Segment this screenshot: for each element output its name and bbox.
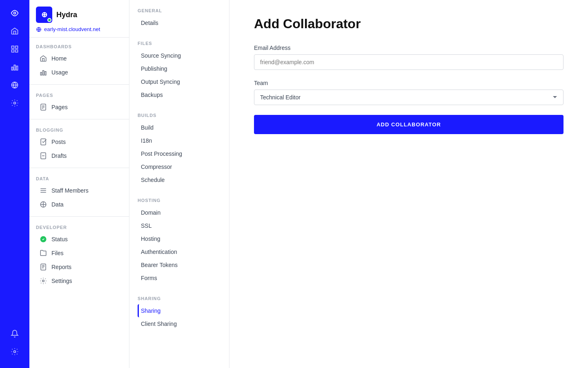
settings-nav: GENERAL Details FILES Source Syncing Pub… bbox=[129, 0, 229, 368]
nav-item-publishing[interactable]: Publishing bbox=[138, 62, 221, 75]
settings-nav-sharing: SHARING Sharing Client Sharing bbox=[129, 288, 229, 334]
nav-item-hosting[interactable]: Hosting bbox=[138, 232, 221, 245]
nav-label-builds: BUILDS bbox=[138, 113, 221, 118]
sidebar-section-blogging: BLOGGING Posts Drafts bbox=[29, 121, 129, 166]
sidebar-item-staff[interactable]: Staff Members bbox=[36, 184, 122, 197]
nav-item-i18n[interactable]: I18n bbox=[138, 134, 221, 147]
drafts-label: Drafts bbox=[51, 153, 67, 159]
svg-rect-4 bbox=[16, 50, 18, 52]
settings-nav-hosting: HOSTING Domain SSL Hosting Authenticatio… bbox=[129, 190, 229, 288]
reports-label: Reports bbox=[51, 264, 71, 270]
section-label-dashboards: DASHBOARDS bbox=[36, 44, 122, 49]
status-label: Status bbox=[51, 236, 68, 242]
data-label: Data bbox=[51, 201, 64, 208]
section-label-blogging: BLOGGING bbox=[36, 128, 122, 132]
usage-label: Usage bbox=[51, 69, 68, 76]
svg-point-33 bbox=[42, 280, 45, 282]
settings-nav-builds: BUILDS Build I18n Post Processing Compre… bbox=[129, 105, 229, 190]
sidebar-item-posts[interactable]: Posts bbox=[36, 135, 122, 149]
grid-icon[interactable] bbox=[7, 41, 23, 57]
app-name: Hydra bbox=[56, 11, 77, 19]
svg-rect-6 bbox=[14, 65, 15, 70]
nav-item-post-processing[interactable]: Post Processing bbox=[138, 147, 221, 160]
nav-item-sharing[interactable]: Sharing bbox=[138, 304, 221, 317]
team-label: Team bbox=[254, 80, 564, 86]
sidebar-item-files[interactable]: Files bbox=[36, 246, 122, 260]
nav-item-backups[interactable]: Backups bbox=[138, 88, 221, 101]
section-label-data: DATA bbox=[36, 176, 122, 181]
sidebar-item-settings[interactable]: Settings bbox=[36, 274, 122, 288]
nav-item-forms[interactable]: Forms bbox=[138, 272, 221, 285]
globe-icon[interactable] bbox=[7, 77, 23, 93]
nav-item-ssl[interactable]: SSL bbox=[138, 219, 221, 232]
add-collaborator-button[interactable]: ADD COLLABORATOR bbox=[254, 115, 564, 134]
svg-rect-12 bbox=[40, 72, 42, 75]
app-logo: ⊕ bbox=[36, 7, 52, 23]
nav-item-build[interactable]: Build bbox=[138, 121, 221, 134]
svg-point-0 bbox=[14, 12, 16, 14]
home-label: Home bbox=[51, 55, 67, 62]
svg-rect-3 bbox=[12, 50, 14, 52]
main-content: Add Collaborator Email Address Team Tech… bbox=[229, 0, 588, 368]
sidebar-section-developer: DEVELOPER Status Files Reports Settings bbox=[29, 218, 129, 291]
app-branding: ⊕ Hydra bbox=[36, 7, 122, 23]
svg-rect-14 bbox=[45, 72, 46, 75]
page-title: Add Collaborator bbox=[254, 16, 564, 31]
files-label: Files bbox=[51, 250, 64, 256]
nav-item-details[interactable]: Details bbox=[138, 16, 221, 29]
nav-item-schedule[interactable]: Schedule bbox=[138, 173, 221, 186]
svg-rect-1 bbox=[12, 46, 14, 49]
settings-nav-general: GENERAL Details bbox=[129, 0, 229, 33]
team-form-group: Team Technical Editor Editor Viewer Admi… bbox=[254, 80, 564, 105]
nav-item-bearer-tokens[interactable]: Bearer Tokens bbox=[138, 258, 221, 272]
sidebar-item-reports[interactable]: Reports bbox=[36, 260, 122, 274]
home-icon[interactable] bbox=[7, 23, 23, 39]
svg-rect-7 bbox=[16, 66, 18, 70]
sidebar-item-drafts[interactable]: Drafts bbox=[36, 149, 122, 163]
nav-item-client-sharing[interactable]: Client Sharing bbox=[138, 317, 221, 330]
chart-bar-icon[interactable] bbox=[7, 59, 23, 75]
posts-label: Posts bbox=[51, 139, 66, 145]
email-label: Email Address bbox=[254, 45, 564, 51]
nav-item-authentication[interactable]: Authentication bbox=[138, 245, 221, 258]
svg-rect-19 bbox=[41, 139, 46, 145]
nav-item-domain[interactable]: Domain bbox=[138, 206, 221, 219]
sidebar-item-status[interactable]: Status bbox=[36, 232, 122, 246]
eye-icon[interactable] bbox=[7, 5, 23, 21]
svg-point-10 bbox=[14, 351, 16, 353]
sidebar-section-dashboards: DASHBOARDS Home Usage bbox=[29, 38, 129, 83]
settings-nav-files: FILES Source Syncing Publishing Output S… bbox=[129, 33, 229, 105]
nav-item-output-syncing[interactable]: Output Syncing bbox=[138, 75, 221, 88]
section-label-pages: PAGES bbox=[36, 93, 122, 98]
gear-icon[interactable] bbox=[7, 95, 23, 111]
bell-icon[interactable] bbox=[7, 325, 23, 342]
staff-label: Staff Members bbox=[51, 187, 89, 194]
nav-item-compressor[interactable]: Compressor bbox=[138, 160, 221, 173]
sidebar-item-pages[interactable]: Pages bbox=[36, 100, 122, 114]
pages-label: Pages bbox=[51, 104, 68, 110]
sidebar-header: ⊕ Hydra early-mist.cloudvent.net bbox=[29, 0, 129, 38]
sidebar-item-usage[interactable]: Usage bbox=[36, 65, 122, 79]
svg-rect-2 bbox=[16, 46, 18, 49]
icon-rail bbox=[0, 0, 29, 368]
section-label-developer: DEVELOPER bbox=[36, 225, 122, 230]
sidebar-section-data: DATA Staff Members Data bbox=[29, 170, 129, 215]
app-url[interactable]: early-mist.cloudvent.net bbox=[36, 26, 122, 32]
sidebar: ⊕ Hydra early-mist.cloudvent.net DASHBOA… bbox=[29, 0, 129, 368]
nav-label-hosting: HOSTING bbox=[138, 198, 221, 203]
sidebar-item-data[interactable]: Data bbox=[36, 197, 122, 211]
svg-point-9 bbox=[14, 102, 16, 104]
nav-item-source-syncing[interactable]: Source Syncing bbox=[138, 49, 221, 62]
app-url-text: early-mist.cloudvent.net bbox=[44, 26, 100, 32]
svg-rect-5 bbox=[12, 67, 13, 70]
status-dot bbox=[47, 18, 51, 22]
nav-label-sharing: SHARING bbox=[138, 296, 221, 301]
team-select[interactable]: Technical Editor Editor Viewer Admin bbox=[254, 90, 564, 105]
nav-label-files: FILES bbox=[138, 41, 221, 46]
svg-rect-13 bbox=[43, 71, 44, 75]
user-settings-icon[interactable] bbox=[7, 343, 23, 360]
email-input[interactable] bbox=[254, 54, 564, 70]
sidebar-item-home[interactable]: Home bbox=[36, 52, 122, 65]
email-form-group: Email Address bbox=[254, 45, 564, 70]
nav-label-general: GENERAL bbox=[138, 8, 221, 13]
